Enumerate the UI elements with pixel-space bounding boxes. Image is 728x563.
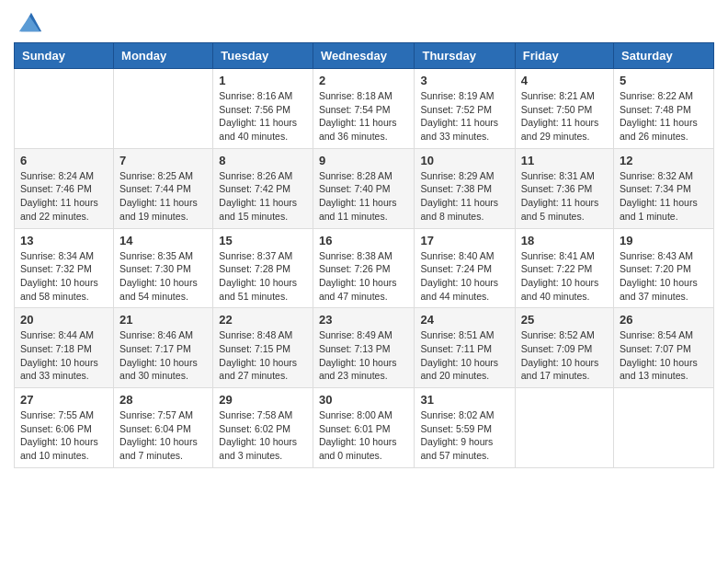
day-info: Sunrise: 8:18 AMSunset: 7:54 PMDaylight:… [319, 89, 409, 144]
header [14, 9, 714, 35]
day-info: Sunrise: 7:58 AMSunset: 6:02 PMDaylight:… [219, 408, 307, 463]
day-number: 28 [119, 393, 207, 407]
weekday-header-friday: Friday [515, 43, 613, 69]
calendar-cell: 8Sunrise: 8:26 AMSunset: 7:42 PMDaylight… [213, 148, 313, 228]
day-info: Sunrise: 8:34 AMSunset: 7:32 PMDaylight:… [20, 249, 108, 304]
day-info: Sunrise: 8:37 AMSunset: 7:28 PMDaylight:… [219, 249, 307, 304]
calendar-cell: 31Sunrise: 8:02 AMSunset: 5:59 PMDayligh… [415, 388, 515, 468]
calendar-cell [515, 388, 613, 468]
weekday-header-sunday: Sunday [15, 43, 114, 69]
calendar-cell: 11Sunrise: 8:31 AMSunset: 7:36 PMDayligh… [515, 148, 613, 228]
day-number: 29 [219, 393, 307, 407]
day-number: 13 [20, 234, 108, 247]
day-info: Sunrise: 8:48 AMSunset: 7:15 PMDaylight:… [219, 328, 307, 383]
day-info: Sunrise: 8:32 AMSunset: 7:34 PMDaylight:… [620, 169, 708, 224]
day-number: 6 [20, 154, 108, 167]
weekday-header-saturday: Saturday [614, 43, 714, 69]
calendar-cell: 21Sunrise: 8:46 AMSunset: 7:17 PMDayligh… [114, 308, 213, 388]
calendar-cell: 30Sunrise: 8:00 AMSunset: 6:01 PMDayligh… [313, 388, 415, 468]
calendar-cell [15, 69, 114, 149]
calendar-cell: 15Sunrise: 8:37 AMSunset: 7:28 PMDayligh… [213, 228, 313, 308]
day-number: 12 [620, 154, 708, 167]
calendar-cell [114, 69, 213, 149]
calendar-cell: 19Sunrise: 8:43 AMSunset: 7:20 PMDayligh… [614, 228, 714, 308]
calendar-cell: 26Sunrise: 8:54 AMSunset: 7:07 PMDayligh… [614, 308, 714, 388]
calendar-cell: 22Sunrise: 8:48 AMSunset: 7:15 PMDayligh… [213, 308, 313, 388]
calendar-cell: 13Sunrise: 8:34 AMSunset: 7:32 PMDayligh… [15, 228, 114, 308]
calendar-cell: 20Sunrise: 8:44 AMSunset: 7:18 PMDayligh… [15, 308, 114, 388]
calendar-cell: 16Sunrise: 8:38 AMSunset: 7:26 PMDayligh… [313, 228, 415, 308]
weekday-header-row: SundayMondayTuesdayWednesdayThursdayFrid… [15, 43, 714, 69]
day-number: 14 [119, 234, 207, 247]
week-row-5: 27Sunrise: 7:55 AMSunset: 6:06 PMDayligh… [15, 388, 714, 468]
week-row-3: 13Sunrise: 8:34 AMSunset: 7:32 PMDayligh… [15, 228, 714, 308]
day-info: Sunrise: 8:54 AMSunset: 7:07 PMDaylight:… [620, 328, 708, 383]
calendar-cell: 28Sunrise: 7:57 AMSunset: 6:04 PMDayligh… [114, 388, 213, 468]
day-number: 15 [219, 234, 307, 247]
day-info: Sunrise: 8:26 AMSunset: 7:42 PMDaylight:… [219, 169, 307, 224]
day-number: 26 [620, 313, 708, 327]
day-number: 22 [219, 313, 307, 327]
day-number: 1 [219, 74, 307, 87]
day-info: Sunrise: 8:24 AMSunset: 7:46 PMDaylight:… [20, 169, 108, 224]
calendar-cell: 1Sunrise: 8:16 AMSunset: 7:56 PMDaylight… [213, 69, 313, 149]
calendar-cell: 29Sunrise: 7:58 AMSunset: 6:02 PMDayligh… [213, 388, 313, 468]
calendar-cell: 18Sunrise: 8:41 AMSunset: 7:22 PMDayligh… [515, 228, 613, 308]
day-info: Sunrise: 8:02 AMSunset: 5:59 PMDaylight:… [420, 408, 508, 463]
calendar-cell: 23Sunrise: 8:49 AMSunset: 7:13 PMDayligh… [313, 308, 415, 388]
day-number: 3 [420, 74, 508, 87]
day-number: 18 [521, 234, 608, 247]
day-number: 7 [119, 154, 207, 167]
day-number: 10 [420, 154, 508, 167]
page: SundayMondayTuesdayWednesdayThursdayFrid… [0, 0, 728, 482]
day-number: 31 [420, 393, 508, 407]
day-number: 5 [620, 74, 708, 87]
day-info: Sunrise: 8:22 AMSunset: 7:48 PMDaylight:… [620, 89, 708, 144]
day-number: 30 [319, 393, 409, 407]
day-info: Sunrise: 8:16 AMSunset: 7:56 PMDaylight:… [219, 89, 307, 144]
day-info: Sunrise: 8:44 AMSunset: 7:18 PMDaylight:… [20, 328, 108, 383]
weekday-header-thursday: Thursday [415, 43, 515, 69]
day-number: 2 [319, 74, 409, 87]
day-number: 24 [420, 313, 508, 327]
day-info: Sunrise: 8:00 AMSunset: 6:01 PMDaylight:… [319, 408, 409, 463]
day-info: Sunrise: 8:46 AMSunset: 7:17 PMDaylight:… [119, 328, 207, 383]
day-info: Sunrise: 8:21 AMSunset: 7:50 PMDaylight:… [521, 89, 608, 144]
calendar-cell: 17Sunrise: 8:40 AMSunset: 7:24 PMDayligh… [415, 228, 515, 308]
calendar-cell: 6Sunrise: 8:24 AMSunset: 7:46 PMDaylight… [15, 148, 114, 228]
day-info: Sunrise: 8:35 AMSunset: 7:30 PMDaylight:… [119, 249, 207, 304]
calendar: SundayMondayTuesdayWednesdayThursdayFrid… [14, 42, 714, 468]
day-info: Sunrise: 8:41 AMSunset: 7:22 PMDaylight:… [521, 249, 608, 304]
calendar-cell: 24Sunrise: 8:51 AMSunset: 7:11 PMDayligh… [415, 308, 515, 388]
day-number: 20 [20, 313, 108, 327]
calendar-cell: 27Sunrise: 7:55 AMSunset: 6:06 PMDayligh… [15, 388, 114, 468]
day-number: 17 [420, 234, 508, 247]
calendar-cell: 9Sunrise: 8:28 AMSunset: 7:40 PMDaylight… [313, 148, 415, 228]
calendar-cell: 3Sunrise: 8:19 AMSunset: 7:52 PMDaylight… [415, 69, 515, 149]
day-info: Sunrise: 8:52 AMSunset: 7:09 PMDaylight:… [521, 328, 608, 383]
calendar-cell: 5Sunrise: 8:22 AMSunset: 7:48 PMDaylight… [614, 69, 714, 149]
day-number: 21 [119, 313, 207, 327]
day-info: Sunrise: 8:31 AMSunset: 7:36 PMDaylight:… [521, 169, 608, 224]
calendar-cell: 7Sunrise: 8:25 AMSunset: 7:44 PMDaylight… [114, 148, 213, 228]
calendar-cell: 14Sunrise: 8:35 AMSunset: 7:30 PMDayligh… [114, 228, 213, 308]
week-row-4: 20Sunrise: 8:44 AMSunset: 7:18 PMDayligh… [15, 308, 714, 388]
calendar-cell [614, 388, 714, 468]
calendar-cell: 4Sunrise: 8:21 AMSunset: 7:50 PMDaylight… [515, 69, 613, 149]
logo-icon [17, 9, 43, 35]
day-number: 23 [319, 313, 409, 327]
day-info: Sunrise: 8:28 AMSunset: 7:40 PMDaylight:… [319, 169, 409, 224]
day-number: 4 [521, 74, 608, 87]
calendar-cell: 25Sunrise: 8:52 AMSunset: 7:09 PMDayligh… [515, 308, 613, 388]
weekday-header-tuesday: Tuesday [213, 43, 313, 69]
day-number: 11 [521, 154, 608, 167]
day-info: Sunrise: 8:40 AMSunset: 7:24 PMDaylight:… [420, 249, 508, 304]
calendar-cell: 12Sunrise: 8:32 AMSunset: 7:34 PMDayligh… [614, 148, 714, 228]
day-info: Sunrise: 7:55 AMSunset: 6:06 PMDaylight:… [20, 408, 108, 463]
day-number: 19 [620, 234, 708, 247]
day-info: Sunrise: 8:29 AMSunset: 7:38 PMDaylight:… [420, 169, 508, 224]
day-number: 16 [319, 234, 409, 247]
week-row-2: 6Sunrise: 8:24 AMSunset: 7:46 PMDaylight… [15, 148, 714, 228]
day-info: Sunrise: 8:51 AMSunset: 7:11 PMDaylight:… [420, 328, 508, 383]
calendar-cell: 10Sunrise: 8:29 AMSunset: 7:38 PMDayligh… [415, 148, 515, 228]
